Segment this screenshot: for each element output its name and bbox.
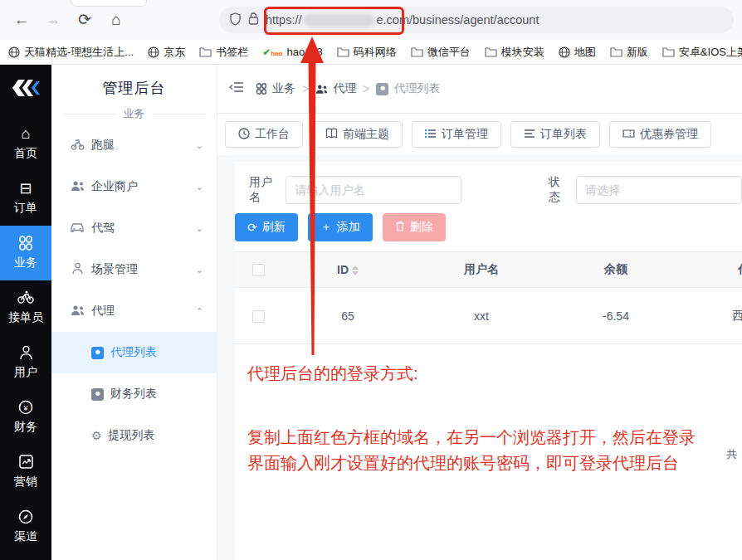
book-icon (325, 128, 338, 141)
rail-item-marketing[interactable]: 营销 (0, 445, 51, 499)
logo-icon (11, 77, 41, 99)
globe-icon (8, 46, 20, 58)
rail-item-finance[interactable]: ¥ 财务 (0, 390, 51, 445)
chevron-down-icon: ⌄ (196, 265, 203, 275)
breadcrumb-separator: > (363, 82, 369, 95)
channel-icon (18, 509, 33, 526)
menu-item-merchants[interactable]: 企业商户 ⌄ (51, 166, 217, 207)
bookmark-folder-module[interactable]: 模块安装 (485, 45, 544, 60)
primary-nav-rail: ⌂ 首页 ⊟ 订单 业务 接单员 用户 ¥ 财务 营销 (0, 65, 51, 560)
finance-icon: ¥ (18, 400, 33, 416)
collapse-sidebar-icon[interactable] (229, 81, 244, 96)
bookmark-hao123[interactable]: ✔hao hao123 (262, 46, 323, 58)
rail-item-home[interactable]: ⌂ 首页 (0, 116, 51, 171)
order-icon: ⊟ (19, 181, 32, 197)
agents-table: ID 用户名 余额 代理 65 xxt -6.54 西乡塘 (235, 251, 742, 344)
status-select[interactable] (576, 176, 742, 204)
address-bar[interactable]: https://e.com/business/agent/account (219, 7, 734, 33)
chevron-down-icon: ⌄ (196, 140, 203, 151)
tab-order-management[interactable]: 订单管理 (412, 121, 501, 148)
table-header-row: ID 用户名 余额 代理 (235, 252, 742, 288)
username-input[interactable] (286, 176, 461, 204)
tab-frontend-theme[interactable]: 前端主题 (312, 121, 403, 148)
menu-item-paotui[interactable]: 跑腿 ⌄ (51, 124, 217, 166)
bookmark-folder-android-ios[interactable]: 安卓&IOS上架 (662, 45, 742, 60)
bookmark-folder-wechat[interactable]: 微信平台 (411, 45, 471, 60)
table-row[interactable]: 65 xxt -6.54 西乡塘 (235, 288, 742, 344)
rail-item-business[interactable]: 业务 (0, 226, 51, 280)
rider-icon (17, 290, 34, 307)
rail-item-riders[interactable]: 接单员 (0, 280, 51, 335)
rail-item-users[interactable]: 用户 (0, 335, 51, 390)
plus-icon: ＋ (320, 220, 332, 235)
delete-button[interactable]: 删除 (383, 213, 446, 241)
agent-list-panel: 用户名 状态 ⟳ 刷新 ＋ 添加 删除 (235, 162, 742, 560)
clock-icon (238, 128, 250, 142)
username-label: 用户名 (249, 175, 276, 205)
id-badge-icon (91, 388, 104, 401)
car-icon (70, 222, 85, 236)
refresh-button[interactable]: ⟳ 刷新 (235, 213, 298, 241)
folder-icon (610, 46, 622, 57)
breadcrumb-agent-list[interactable]: 代理列表 (376, 81, 440, 96)
globe-icon (148, 46, 159, 58)
sort-icon[interactable] (352, 265, 359, 275)
rail-item-channel[interactable]: 渠道 (0, 499, 51, 554)
menu-item-agents[interactable]: 代理 ⌃ (51, 290, 217, 332)
hao123-icon: ✔hao (262, 46, 282, 58)
shield-icon[interactable] (229, 12, 242, 28)
tab-order-list[interactable]: 订单列表 (510, 121, 600, 148)
row-checkbox[interactable] (252, 310, 265, 323)
people-icon (70, 180, 85, 194)
user-icon (19, 345, 33, 362)
submenu-item-finance-list[interactable]: 财务列表 (51, 373, 217, 415)
breadcrumb-business[interactable]: 业务 (256, 81, 295, 96)
home-button[interactable]: ⌂ (106, 11, 126, 29)
back-button[interactable]: ← (12, 11, 32, 29)
home-icon: ⌂ (22, 126, 31, 143)
cell-username: xxt (414, 288, 549, 344)
globe-icon (559, 46, 570, 58)
add-button[interactable]: ＋ 添加 (308, 213, 373, 241)
lock-icon (248, 12, 259, 27)
breadcrumb-separator: > (302, 82, 309, 95)
bookmark-folder-shuqianlan[interactable]: 书签栏 (199, 45, 248, 60)
breadcrumb-agents[interactable]: 代理 (315, 81, 356, 96)
forward-button[interactable]: → (43, 11, 63, 29)
folder-icon (199, 46, 212, 57)
tab-coupon-management[interactable]: 优惠券管理 (609, 121, 711, 148)
submenu-item-agent-list[interactable]: 代理列表 (51, 332, 217, 373)
app-logo[interactable] (0, 65, 51, 111)
grid-icon (256, 83, 267, 95)
grid-icon (18, 236, 33, 252)
browser-tab[interactable] (71, 0, 147, 7)
list-bullets-icon (425, 129, 437, 141)
bookmark-folder-new[interactable]: 新版 (610, 45, 648, 60)
url-text[interactable]: https://e.com/business/agent/account (266, 13, 539, 27)
folder-icon (337, 46, 349, 57)
col-balance: 余额 (549, 252, 683, 288)
reload-button[interactable]: ⟳ (75, 10, 95, 29)
id-badge-icon (91, 347, 104, 359)
gear-icon: ⚙ (91, 429, 102, 442)
refresh-icon: ⟳ (247, 221, 257, 234)
bookmark-folder-make[interactable]: 码科网络 (337, 45, 397, 60)
sidebar-section-label: 业务 (63, 106, 205, 121)
bookmark-map[interactable]: 地图 (559, 45, 596, 60)
chevron-up-icon: ⌃ (196, 306, 203, 317)
bookmark-jd[interactable]: 京东 (148, 45, 185, 60)
rail-item-orders[interactable]: ⊟ 订单 (0, 171, 51, 226)
menu-item-scenes[interactable]: 场景管理 ⌄ (51, 249, 217, 290)
masked-domain (304, 14, 375, 27)
cell-agent: 西乡塘 (683, 288, 742, 344)
bookmark-tmall[interactable]: 天猫精选-理想生活上... (8, 45, 134, 60)
menu-item-daijia[interactable]: 代驾 ⌄ (51, 207, 217, 249)
col-id[interactable]: ID (281, 252, 414, 288)
status-label: 状态 (549, 175, 567, 205)
ticket-icon (622, 129, 635, 141)
select-all-checkbox[interactable] (252, 264, 265, 276)
submenu-item-withdraw-list[interactable]: ⚙ 提现列表 (51, 415, 217, 456)
id-badge-icon (376, 83, 388, 95)
tab-workbench[interactable]: 工作台 (225, 121, 303, 148)
trash-icon (395, 221, 405, 234)
